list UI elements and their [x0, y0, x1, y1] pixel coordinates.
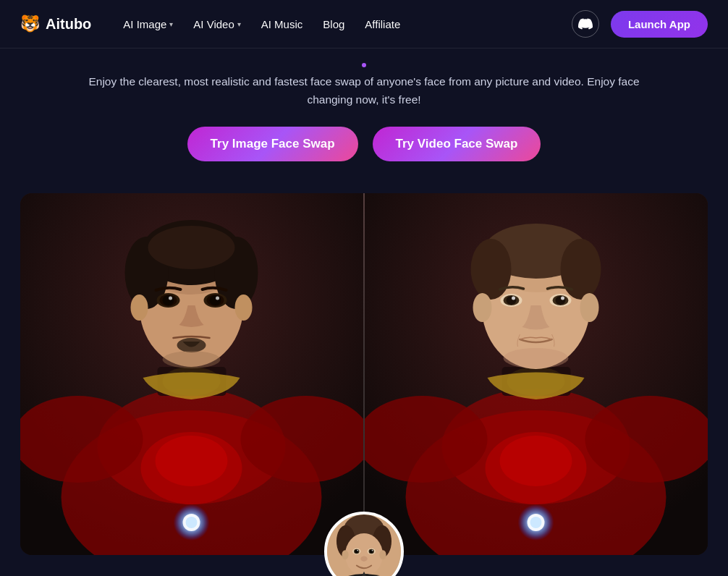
- cta-buttons: Try Image Face Swap Try Video Face Swap: [29, 127, 699, 161]
- svg-point-48: [561, 239, 601, 300]
- demo-left-panel: [20, 193, 363, 555]
- svg-point-29: [235, 295, 253, 321]
- demo-images: [20, 193, 708, 555]
- brand-name: Aitubo: [46, 16, 91, 33]
- left-bg: [20, 193, 363, 555]
- svg-point-65: [345, 533, 383, 576]
- nav-item-ai-music[interactable]: AI Music: [253, 14, 312, 35]
- navbar-right: Launch App: [572, 10, 708, 38]
- right-bg: [365, 193, 708, 555]
- navbar-nav: AI Image ▾ AI Video ▾ AI Music Blog Affi…: [114, 14, 549, 35]
- svg-point-75: [342, 550, 348, 559]
- svg-point-30: [163, 351, 221, 368]
- avatar-svg: [327, 512, 401, 576]
- svg-point-9: [156, 436, 228, 486]
- svg-point-59: [580, 293, 599, 322]
- svg-point-56: [561, 296, 564, 300]
- svg-point-74: [360, 556, 367, 561]
- nav-item-ai-image[interactable]: AI Image ▾: [114, 14, 182, 35]
- svg-point-76: [379, 550, 386, 559]
- demo-section: [20, 193, 708, 555]
- svg-point-22: [169, 296, 172, 300]
- cta-video-face-swap-button[interactable]: Try Video Face Swap: [373, 127, 541, 161]
- svg-point-69: [357, 549, 358, 551]
- right-panel-svg: [365, 193, 708, 555]
- logo-icon: 🐯: [20, 14, 40, 33]
- demo-right-panel: [363, 193, 708, 555]
- nav-item-ai-video[interactable]: AI Video ▾: [185, 14, 249, 35]
- svg-point-12: [186, 517, 198, 528]
- svg-point-52: [512, 296, 515, 300]
- discord-icon: [578, 17, 593, 31]
- navbar: 🐯 Aitubo AI Image ▾ AI Video ▾ AI Music …: [0, 0, 728, 48]
- chevron-down-icon: ▾: [169, 20, 173, 28]
- svg-point-58: [473, 293, 492, 322]
- launch-app-button[interactable]: Launch App: [611, 11, 708, 38]
- pip-decoration: [362, 63, 366, 67]
- title-pip: [29, 63, 699, 67]
- brand-logo[interactable]: 🐯 Aitubo: [20, 14, 91, 33]
- svg-point-25: [210, 295, 221, 305]
- svg-point-18: [148, 226, 235, 269]
- left-panel-svg: [20, 193, 363, 555]
- discord-button[interactable]: [572, 10, 599, 38]
- chevron-down-icon: ▾: [237, 20, 241, 28]
- cta-image-face-swap-button[interactable]: Try Image Face Swap: [187, 127, 358, 161]
- svg-point-73: [372, 549, 373, 551]
- demo-wrapper: [0, 193, 728, 576]
- hero-section: Enjoy the clearest, most realistic and f…: [0, 48, 728, 193]
- svg-point-57: [504, 348, 569, 368]
- nav-item-blog[interactable]: Blog: [314, 14, 353, 35]
- svg-point-28: [131, 295, 148, 321]
- svg-point-43: [530, 517, 542, 528]
- svg-point-47: [471, 239, 512, 300]
- svg-point-40: [500, 436, 572, 486]
- svg-point-21: [163, 295, 174, 305]
- svg-point-26: [216, 296, 219, 300]
- hero-subtitle: Enjoy the clearest, most realistic and f…: [82, 73, 646, 109]
- nav-item-affiliate[interactable]: Affiliate: [356, 14, 409, 35]
